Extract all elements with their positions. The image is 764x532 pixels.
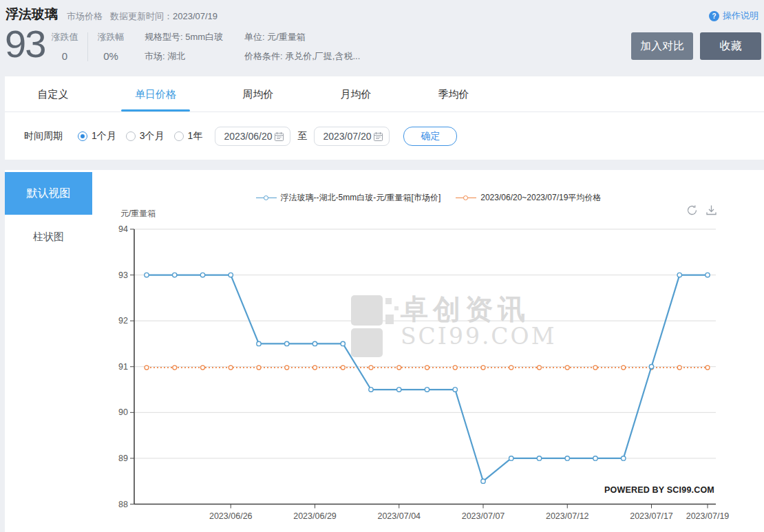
svg-text:2023/06/29: 2023/06/29 xyxy=(293,511,337,521)
confirm-button[interactable]: 确定 xyxy=(403,127,457,146)
update-time-value: 2023/07/19 xyxy=(173,11,217,21)
svg-text:92: 92 xyxy=(118,316,128,326)
svg-text:90: 90 xyxy=(118,407,128,417)
unit-column: 单位: 元/重量箱 价格条件: 承兑价,厂提,含税... xyxy=(244,28,360,66)
radio-icon xyxy=(78,131,87,141)
change-pct-label: 涨跌幅 xyxy=(92,31,130,43)
svg-text:2023/07/17: 2023/07/17 xyxy=(630,511,673,521)
svg-text:2023/07/07: 2023/07/07 xyxy=(462,511,505,521)
change-pct-value: 0% xyxy=(92,50,130,62)
current-price: 93 xyxy=(5,25,45,63)
time-period-label: 时间周期 xyxy=(24,130,63,142)
radio-1-month[interactable]: 1个月 xyxy=(78,130,116,142)
main-panel: 默认视图 柱状图 浮法玻璃--湖北-5mm白玻-元/重量箱[市场价] 2023/… xyxy=(5,170,764,532)
price-chart: 949392919089882023/06/262023/06/292023/0… xyxy=(93,170,764,532)
active-tab-underline xyxy=(121,109,190,111)
radio-icon xyxy=(174,131,184,141)
end-date-input[interactable]: 2023/07/20 xyxy=(314,127,390,146)
tab-custom[interactable]: 自定义 xyxy=(38,76,69,111)
chart-region: 浮法玻璃--湖北-5mm白玻-元/重量箱[市场价] 2023/06/20~202… xyxy=(93,170,764,532)
date-to-label: 至 xyxy=(297,130,307,142)
change-value-block: 涨跌值 0 xyxy=(45,31,84,62)
divider xyxy=(87,32,88,61)
svg-text:88: 88 xyxy=(118,500,128,509)
tab-quarterly-avg[interactable]: 季均价 xyxy=(438,76,469,111)
radio-icon xyxy=(126,131,136,141)
svg-text:2023/06/26: 2023/06/26 xyxy=(209,511,253,521)
help-label: 操作说明 xyxy=(723,10,758,22)
price-type-label: 市场价格 xyxy=(67,10,103,23)
radio-1-month-label: 1个月 xyxy=(92,130,116,142)
end-date-value: 2023/07/20 xyxy=(323,131,371,142)
price-unit: 单位: 元/重量箱 xyxy=(244,28,360,47)
spec-market: 市场: 湖北 xyxy=(145,47,223,66)
favorite-button[interactable]: 收藏 xyxy=(700,32,761,60)
page-title: 浮法玻璃 xyxy=(6,6,58,23)
svg-text:89: 89 xyxy=(118,454,128,463)
svg-text:2023/07/19: 2023/07/19 xyxy=(686,511,730,521)
powered-by-text: POWERED BY SCI99.COM xyxy=(506,485,714,495)
radio-3-month[interactable]: 3个月 xyxy=(126,130,165,142)
tab-bar: 自定义 单日价格 周均价 月均价 季均价 xyxy=(5,76,764,112)
svg-text:2023/07/04: 2023/07/04 xyxy=(377,511,421,521)
change-value-label: 涨跌值 xyxy=(45,31,84,43)
svg-text:94: 94 xyxy=(118,224,128,234)
start-date-input[interactable]: 2023/06/20 xyxy=(215,127,290,146)
sidebar-item-default-view[interactable]: 默认视图 xyxy=(5,172,92,215)
tab-weekly-avg[interactable]: 周均价 xyxy=(243,76,274,111)
tab-monthly-avg[interactable]: 月均价 xyxy=(341,76,372,111)
svg-text:2023/07/12: 2023/07/12 xyxy=(546,511,589,521)
filter-panel: 时间周期 1个月 3个月 1年 2023/06/20 至 2023/07/20 … xyxy=(5,112,764,160)
update-time: 数据更新时间：2023/07/19 xyxy=(110,10,217,23)
question-icon: ? xyxy=(709,11,719,21)
tab-daily-price-label: 单日价格 xyxy=(135,88,176,100)
calendar-icon xyxy=(275,132,284,141)
change-value: 0 xyxy=(45,50,84,62)
radio-1-year[interactable]: 1年 xyxy=(174,130,203,142)
add-compare-button[interactable]: 加入对比 xyxy=(631,32,693,60)
spec-column: 规格型号: 5mm白玻 市场: 湖北 xyxy=(145,28,223,66)
svg-text:93: 93 xyxy=(118,270,128,280)
help-link[interactable]: ? 操作说明 xyxy=(709,10,758,22)
sidebar-item-bar-chart[interactable]: 柱状图 xyxy=(5,231,92,244)
start-date-value: 2023/06/20 xyxy=(224,131,272,142)
radio-3-month-label: 3个月 xyxy=(140,130,165,142)
calendar-icon xyxy=(374,132,383,141)
update-time-label: 数据更新时间： xyxy=(110,11,173,21)
tab-daily-price[interactable]: 单日价格 xyxy=(135,76,176,111)
svg-text:91: 91 xyxy=(118,362,128,372)
change-pct-block: 涨跌幅 0% xyxy=(92,31,130,62)
spec-model: 规格型号: 5mm白玻 xyxy=(145,28,223,47)
radio-1-year-label: 1年 xyxy=(188,130,203,142)
price-condition: 价格条件: 承兑价,厂提,含税... xyxy=(244,47,360,66)
